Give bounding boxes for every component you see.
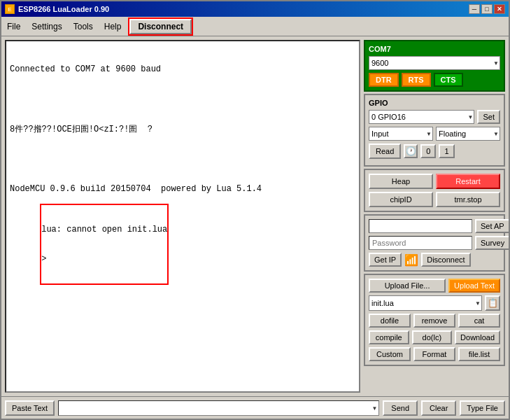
window-title: ESP8266 LuaLoader 0.90 [18, 5, 109, 13]
close-button[interactable]: ✕ [494, 4, 505, 14]
bottom-bar: Paste Text Send Clear Type File [1, 396, 509, 419]
baud-rate-wrapper[interactable]: 9600 115200 57600 38400 [369, 56, 500, 70]
com-title: COM7 [369, 45, 500, 53]
clear-button[interactable]: Clear [421, 400, 456, 416]
ssid-input[interactable] [369, 219, 472, 233]
gpio-mode-wrapper[interactable]: Input Output [369, 127, 433, 141]
menu-tools[interactable]: Tools [68, 20, 99, 34]
com-section: COM7 9600 115200 57600 38400 DTR RTS CT [364, 40, 505, 92]
file-select[interactable]: init.lua [369, 295, 482, 311]
app-icon: E [5, 4, 15, 14]
upload-text-button[interactable]: Upload Text [448, 279, 500, 293]
terminal-highlight-box: lua: cannot open init.lua > [40, 204, 169, 285]
main-window: E ESP8266 LuaLoader 0.90 ─ □ ✕ File Sett… [0, 0, 510, 420]
right-panel: COM7 9600 115200 57600 38400 DTR RTS CT [362, 36, 509, 396]
menu-file[interactable]: File [1, 20, 26, 34]
download-button[interactable]: Download [455, 330, 500, 344]
baud-rate-select[interactable]: 9600 115200 57600 38400 [369, 56, 500, 70]
upload-file-button[interactable]: Upload File... [369, 279, 446, 293]
terminal-line-5: NodeMCU 0.9.6 build 20150704 powered by … [10, 184, 355, 194]
wifi-icon: 📶 [404, 253, 418, 267]
gpio-one-button[interactable]: 1 [439, 144, 454, 158]
gpio-pull-wrapper[interactable]: Floating PullUp [436, 127, 500, 141]
password-input[interactable] [369, 236, 472, 250]
menu-help[interactable]: Help [99, 20, 127, 34]
terminal-line-3: 8件??揝??!OCE抇圄!O<zI:?!圄 ? [10, 123, 355, 135]
file-select-wrapper[interactable]: init.lua [369, 295, 482, 311]
type-file-button[interactable]: Type File [460, 400, 505, 416]
dtr-button[interactable]: DTR [369, 73, 399, 87]
heap-button[interactable]: Heap [369, 174, 433, 189]
cat-button[interactable]: cat [458, 314, 500, 328]
clock-icon[interactable]: 🕐 [404, 144, 418, 158]
send-button[interactable]: Send [383, 400, 418, 416]
file-list-button[interactable]: file.list [458, 347, 500, 361]
do-lc-button[interactable]: do(lc) [412, 330, 453, 344]
rts-button[interactable]: RTS [402, 73, 431, 87]
dofile-button[interactable]: dofile [369, 314, 411, 328]
maximize-button[interactable]: □ [481, 4, 493, 14]
action-section: Heap Restart chipID tmr.stop [364, 169, 505, 212]
get-ip-button[interactable]: Get IP [369, 253, 402, 267]
custom-button[interactable]: Custom [369, 347, 411, 361]
gpio-zero-button[interactable]: 0 [420, 144, 436, 158]
remove-button[interactable]: remove [413, 314, 455, 328]
cts-button[interactable]: CTS [434, 73, 463, 87]
chip-id-button[interactable]: chipID [369, 192, 433, 207]
tmr-stop-button[interactable]: tmr.stop [436, 192, 500, 207]
terminal-line-2 [10, 94, 355, 104]
minimize-button[interactable]: ─ [469, 4, 480, 14]
terminal-output[interactable]: Connected to COM7 at 9600 baud 8件??揝??!O… [5, 40, 360, 393]
terminal-line-4 [10, 155, 355, 164]
file-section: Upload File... Upload Text init.lua 📋 do… [364, 274, 505, 366]
terminal-line-1: Connected to COM7 at 9600 baud [10, 64, 355, 74]
set-ap-button[interactable]: Set AP [475, 219, 509, 233]
gpio-pin-wrapper[interactable]: 0 GPIO16 1 GPIO5 2 GPIO4 [369, 110, 474, 124]
text-input-wrapper[interactable] [58, 400, 379, 416]
gpio-pull-select[interactable]: Floating PullUp [436, 127, 500, 141]
gpio-section: GPIO 0 GPIO16 1 GPIO5 2 GPIO4 Set I [364, 94, 505, 167]
gpio-mode-select[interactable]: Input Output [369, 127, 433, 141]
survey-button[interactable]: Survey [475, 236, 509, 250]
terminal-line-6: lua: cannot open init.lua [41, 225, 167, 234]
wifi-disconnect-button[interactable]: Disconnect [421, 253, 470, 267]
compile-button[interactable]: compile [369, 330, 409, 344]
title-bar: E ESP8266 LuaLoader 0.90 ─ □ ✕ [1, 1, 509, 17]
menu-settings[interactable]: Settings [26, 20, 67, 34]
menu-bar: File Settings Tools Help Disconnect [1, 17, 509, 36]
restart-button[interactable]: Restart [436, 174, 500, 189]
window-controls: ─ □ ✕ [469, 4, 505, 14]
gpio-title: GPIO [369, 99, 500, 107]
terminal-line-7: > [41, 254, 167, 264]
disconnect-menu-button[interactable]: Disconnect [129, 19, 192, 34]
paste-text-button[interactable]: Paste Text [5, 400, 55, 416]
format-button[interactable]: Format [413, 347, 455, 361]
file-upload-icon-button[interactable]: 📋 [485, 295, 500, 311]
wifi-section: Set AP Survey Get IP 📶 Disconnect [364, 214, 505, 272]
gpio-read-button[interactable]: Read [369, 144, 401, 159]
gpio-pin-select[interactable]: 0 GPIO16 1 GPIO5 2 GPIO4 [369, 110, 474, 124]
main-content: Connected to COM7 at 9600 baud 8件??揝??!O… [1, 36, 509, 396]
gpio-set-button[interactable]: Set [477, 110, 500, 124]
text-input[interactable] [58, 400, 379, 416]
